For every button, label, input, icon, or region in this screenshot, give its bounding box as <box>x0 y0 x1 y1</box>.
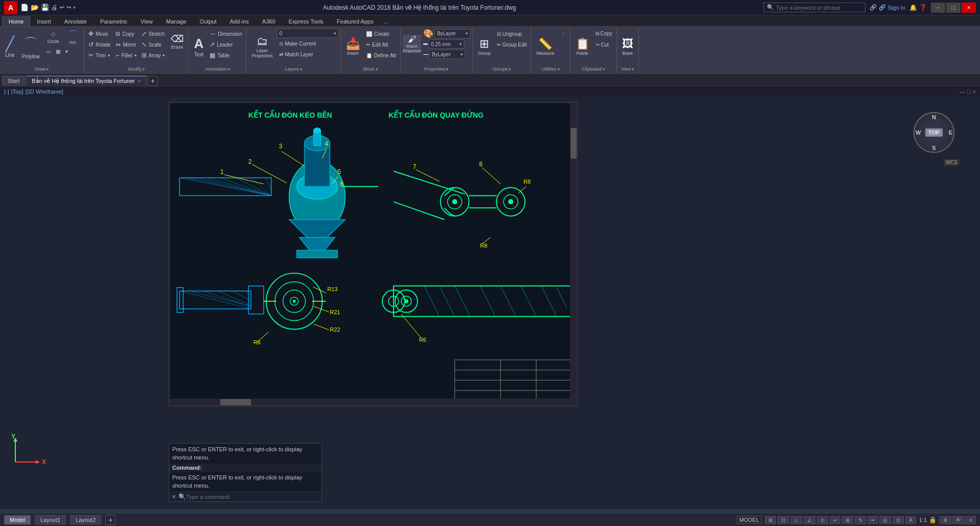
cut-btn[interactable]: ✂ Cut <box>594 39 614 50</box>
modify-drop-arrow[interactable]: ▾ <box>143 67 145 72</box>
properties-drop-arrow[interactable]: ▾ <box>446 67 448 72</box>
dimension-btn[interactable]: ↔ Dimension <box>208 29 244 39</box>
tab-more[interactable]: ... <box>380 16 392 26</box>
annotation-drop-arrow[interactable]: ▾ <box>228 67 230 72</box>
doc-tab-drawing[interactable]: Bản vẽ Hệ thống lái trên Toyota Fortuner… <box>26 76 146 86</box>
quick-access-toolbar[interactable]: 📄 📂 💾 🖨 ↩ ↪ ▾ <box>20 4 76 11</box>
model-tab[interactable]: Model <box>4 515 31 524</box>
search-input[interactable] <box>776 5 853 11</box>
create-block-btn[interactable]: ⬜ Create <box>364 29 398 39</box>
search-bar[interactable]: 🔍 <box>763 3 865 12</box>
v-scrollbar[interactable] <box>570 102 577 406</box>
info-btn[interactable]: 🔔 ❓ <box>909 4 927 11</box>
groups-drop-arrow[interactable]: ▾ <box>509 67 511 72</box>
move-btn[interactable]: ✥ Move <box>86 29 112 39</box>
snap-btn[interactable]: ⊞ <box>765 516 776 524</box>
stretch-btn[interactable]: ⤢ Stretch <box>140 29 167 39</box>
tab-view[interactable]: View <box>134 16 159 26</box>
clipboard-copy-btn[interactable]: ⧉ Copy <box>594 29 614 39</box>
match-layer-btn[interactable]: ⇄ Match Layer <box>277 49 338 59</box>
sign-in-btn[interactable]: Sign In <box>888 5 905 11</box>
circle-btn[interactable]: ○ Circle <box>44 29 62 45</box>
clipboard-drop-arrow[interactable]: ▾ <box>603 67 605 72</box>
layout1-tab[interactable]: Layout1 <box>35 515 66 524</box>
tab-addins[interactable]: Add-ins <box>223 16 256 26</box>
layout2-tab[interactable]: Layout2 <box>70 515 101 524</box>
copy-btn[interactable]: ⧉ Copy <box>113 29 138 39</box>
utilities-drop-arrow[interactable]: ▾ <box>558 67 560 72</box>
lineweight-dropdown[interactable]: 0.25 mm▾ <box>428 39 464 49</box>
layers-drop-arrow[interactable]: ▾ <box>300 67 302 72</box>
measure-btn[interactable]: 📏 Measure <box>533 29 557 64</box>
sel-btn[interactable]: ⊡ <box>893 516 904 524</box>
more-btn[interactable]: ▾ <box>63 46 70 56</box>
base-btn[interactable]: 🖼 Base <box>619 29 636 64</box>
drawing-viewport[interactable]: KẾT CẤU ĐÒN KÉO BÊN KẾT CẤU ĐÒN QUAY ĐỨN… <box>169 102 578 406</box>
tab-manage[interactable]: Manage <box>159 16 193 26</box>
viewport-style-label[interactable]: [2D Wireframe] <box>26 89 63 95</box>
dyn-btn[interactable]: ↯ <box>855 516 866 524</box>
viewport-minimize-icon[interactable]: [-] <box>4 89 9 95</box>
tab-a360[interactable]: A360 <box>256 16 282 26</box>
customize-icon[interactable]: ≡ <box>966 516 976 524</box>
scale-btn[interactable]: ⤡ Scale <box>140 39 167 50</box>
restore-btn[interactable]: □ <box>946 3 961 13</box>
group-btn[interactable]: ⊞ Group <box>475 29 494 64</box>
polar-btn[interactable]: ∠ <box>804 516 815 524</box>
close-tab-btn[interactable]: × <box>138 78 141 84</box>
tab-insert[interactable]: Insert <box>30 16 58 26</box>
erase-btn[interactable]: ⌫ Erase <box>168 29 186 54</box>
compass-top-label[interactable]: TOP <box>925 128 943 137</box>
osnap-btn[interactable]: ⊙ <box>817 516 828 524</box>
layer-properties-btn[interactable]: 🗂 LayerProperties <box>248 29 276 64</box>
ungroup-btn[interactable]: ⊟ Ungroup <box>495 29 529 39</box>
tab-annotate[interactable]: Annotate <box>58 16 94 26</box>
array-btn[interactable]: ⊞ Array ▾ <box>140 50 167 60</box>
arc-btn[interactable]: ⌒ Arc <box>63 29 82 45</box>
group-edit-btn[interactable]: ✏ Group Edit <box>495 39 529 50</box>
h-scrollbar-thumb[interactable] <box>220 399 251 405</box>
v-scrollbar-thumb[interactable] <box>571 128 577 159</box>
doc-tab-start[interactable]: Start <box>2 76 25 86</box>
rotate-btn[interactable]: ↺ Rotate <box>86 39 112 50</box>
help-btn[interactable]: 🔗🔗 Sign In <box>870 4 905 11</box>
make-current-btn[interactable]: ⊙ Make Current <box>277 38 338 49</box>
isolate-icon[interactable]: 👁 <box>952 516 965 524</box>
grid-btn[interactable]: ⊡ <box>778 516 789 524</box>
utilities-more-btn[interactable]: ⋮ <box>559 29 568 39</box>
table-btn[interactable]: ▦ Table <box>208 50 244 60</box>
new-layout-btn[interactable]: + <box>105 515 116 525</box>
anno-btn[interactable]: A <box>905 516 916 524</box>
view-drop-arrow[interactable]: ▾ <box>632 67 634 72</box>
layer-dropdown[interactable]: 0▾ <box>277 29 338 38</box>
viewport-view-label[interactable]: [Top] <box>11 89 24 95</box>
window-controls[interactable]: − □ × <box>931 3 976 13</box>
command-input-row[interactable]: ✕ 🔍 <box>169 492 322 501</box>
insert-btn[interactable]: 📥 Insert <box>343 29 363 64</box>
tab-output[interactable]: Output <box>193 16 223 26</box>
hardware-icon[interactable]: ⚙ <box>940 516 951 524</box>
hatch-btn[interactable]: ▦ <box>54 46 62 56</box>
lock-icon[interactable]: 🔒 <box>929 516 937 523</box>
command-input[interactable] <box>186 494 320 500</box>
color-dropdown[interactable]: ByLayer▾ <box>435 29 470 38</box>
tab-parametric[interactable]: Parametric <box>94 16 134 26</box>
trim-btn[interactable]: ✂ Trim ▾ <box>86 50 112 60</box>
match-properties-btn[interactable]: 🖌 MatchProperties <box>403 35 421 53</box>
draw-drop-arrow[interactable]: ▾ <box>47 67 49 72</box>
new-tab-btn[interactable]: + <box>148 76 158 86</box>
leader-btn[interactable]: ↗ Leader <box>208 39 244 50</box>
otrack-btn[interactable]: ∞ <box>830 516 840 524</box>
trans-btn[interactable]: ◎ <box>879 516 891 524</box>
model-indicator[interactable]: MODEL <box>737 516 762 524</box>
polyline-btn[interactable]: ⌒ Polyline <box>19 29 43 64</box>
text-btn[interactable]: A Text <box>191 29 207 64</box>
close-btn[interactable]: × <box>962 3 976 13</box>
zoom-level[interactable]: 1:1 <box>919 517 927 523</box>
viewport-controls[interactable]: — □ × <box>960 89 976 95</box>
define-attributes-btn[interactable]: 📋 Define Att <box>364 50 398 60</box>
tab-home[interactable]: Home <box>2 16 30 26</box>
tab-featured[interactable]: Featured Apps <box>330 16 380 26</box>
h-scrollbar[interactable] <box>169 399 570 406</box>
mirror-btn[interactable]: ⇔ Mirror <box>113 39 138 50</box>
